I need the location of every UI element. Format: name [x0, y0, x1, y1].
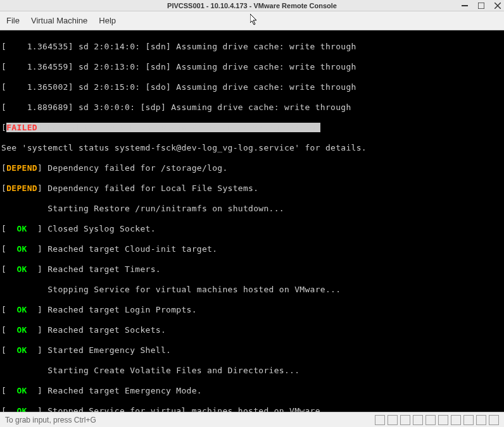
svg-rect-0 [462, 5, 468, 6]
minimize-button[interactable] [461, 2, 469, 9]
network-icon[interactable] [476, 415, 486, 425]
cd-icon[interactable] [463, 415, 474, 425]
boot-line: [ 1.365002] sd 2:0:15:0: [sdo] Assuming … [1, 82, 503, 92]
close-button[interactable] [494, 2, 501, 9]
hdd-icon[interactable] [400, 415, 410, 425]
boot-line: Starting Create Volatile Files and Direc… [1, 366, 503, 376]
mouse-cursor-icon [250, 14, 259, 28]
boot-line: [FAILED] Failed to start File System Che… [1, 123, 503, 133]
menu-virtual-machine[interactable]: Virtual Machine [31, 16, 87, 25]
boot-line: Starting Restore /run/initramfs on shutd… [1, 204, 503, 214]
menu-help[interactable]: Help [99, 16, 116, 25]
menu-file[interactable]: File [6, 16, 20, 25]
boot-line: [ OK ] Reached target Login Prompts. [1, 305, 503, 315]
boot-line: [DEPEND] Dependency failed for /storage/… [1, 163, 503, 173]
hdd-icon[interactable] [413, 415, 423, 425]
hdd-icon[interactable] [451, 415, 461, 425]
window-title: PIVCSS001 - 10.10.4.173 - VMware Remote … [167, 2, 337, 9]
boot-line: [DEPEND] Dependency failed for Local Fil… [1, 183, 503, 194]
boot-line: [ 1.889689] sd 3:0:0:0: [sdp] Assuming d… [1, 102, 503, 113]
statusbar: To grab input, press Ctrl+G [0, 412, 504, 427]
hdd-icon[interactable] [375, 415, 385, 425]
boot-line: [ OK ] Reached target Cloud-init target. [1, 244, 503, 254]
usb-icon[interactable] [489, 415, 499, 425]
boot-line: [ OK ] Closed Syslog Socket. [1, 224, 503, 234]
hdd-icon[interactable] [387, 415, 398, 425]
window-controls [461, 0, 501, 11]
hdd-icon[interactable] [425, 415, 436, 425]
boot-line: [ OK ] Reached target Emergency Mode. [1, 386, 503, 396]
boot-line: [ 1.364535] sd 2:0:14:0: [sdn] Assuming … [1, 42, 503, 52]
boot-line: Stopping Service for virtual machines ho… [1, 285, 503, 295]
maximize-button[interactable] [477, 2, 485, 9]
svg-rect-1 [478, 3, 484, 9]
statusbar-hint: To grab input, press Ctrl+G [5, 416, 96, 424]
terminal-output[interactable]: [ 1.364535] sd 2:0:14:0: [sdn] Assuming … [0, 30, 504, 427]
boot-line: [ 1.364559] sd 2:0:13:0: [sdn] Assuming … [1, 62, 503, 72]
boot-line: [ OK ] Started Emergency Shell. [1, 345, 503, 356]
device-icons [375, 415, 499, 425]
boot-line: [ OK ] Reached target Sockets. [1, 325, 503, 335]
boot-line: See 'systemctl status systemd-fsck@dev-l… [1, 143, 503, 153]
boot-line: [ OK ] Reached target Timers. [1, 264, 503, 275]
hdd-icon[interactable] [438, 415, 448, 425]
titlebar: PIVCSS001 - 10.10.4.173 - VMware Remote … [0, 0, 504, 11]
